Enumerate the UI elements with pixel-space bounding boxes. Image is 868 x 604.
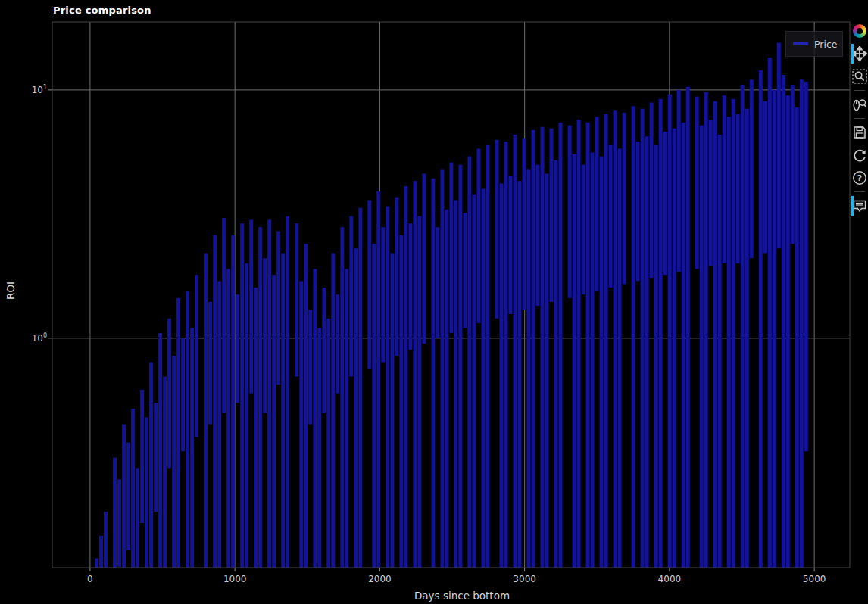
price-series-stroke	[568, 126, 572, 298]
chart-title: Price comparison	[53, 5, 151, 16]
price-series-stroke	[472, 195, 476, 568]
price-series-stroke	[299, 281, 303, 568]
price-series-stroke	[632, 106, 635, 568]
price-series-stroke	[673, 129, 676, 568]
price-series-stroke	[117, 479, 121, 567]
bokeh-logo-icon	[853, 24, 866, 38]
help-tool-icon[interactable]: ?	[851, 170, 868, 186]
price-series-stroke	[682, 123, 685, 568]
price-series-stroke	[390, 254, 394, 568]
price-series-stroke	[367, 200, 371, 369]
x-tick-label: 5000	[792, 574, 837, 584]
price-series-stroke	[500, 184, 504, 568]
price-series-stroke	[768, 58, 772, 568]
price-series-stroke	[686, 87, 690, 568]
price-series-stroke	[573, 154, 576, 568]
price-series-stroke	[713, 101, 717, 568]
price-series-stroke	[454, 200, 457, 568]
price-series-stroke	[163, 377, 167, 568]
price-series-stroke	[208, 302, 212, 425]
price-series-stroke	[413, 181, 417, 568]
x-tick-label: 4000	[647, 574, 692, 584]
price-series-stroke	[354, 248, 358, 568]
price-series-stroke	[554, 160, 558, 568]
price-series-stroke	[504, 142, 508, 568]
pan-tool-icon[interactable]	[851, 45, 868, 62]
price-series-stroke	[700, 126, 704, 568]
price-series-stroke	[514, 135, 517, 568]
price-series-stroke	[659, 99, 663, 568]
price-series-stroke	[213, 235, 217, 568]
price-series-stroke	[536, 165, 540, 307]
price-series-stroke	[386, 207, 389, 568]
wheel-zoom-tool-icon[interactable]	[851, 96, 868, 113]
price-series-stroke	[149, 363, 153, 568]
price-series-stroke	[358, 208, 362, 568]
save-icon	[852, 125, 867, 140]
price-series-stroke	[791, 85, 795, 244]
price-series-stroke	[745, 109, 749, 568]
price-series-stroke	[281, 254, 285, 568]
price-series-stroke	[518, 181, 522, 568]
price-series-stroke	[663, 132, 667, 275]
hover-tool-icon[interactable]	[851, 198, 868, 214]
price-series-stroke	[317, 328, 321, 568]
price-series-stroke	[600, 157, 604, 568]
price-series-stroke	[645, 136, 649, 568]
y-tick-label: 100	[3, 332, 47, 344]
price-series-stroke	[654, 145, 658, 568]
help-icon: ?	[852, 170, 867, 185]
price-series-stroke	[750, 79, 754, 258]
price-series-stroke	[231, 235, 235, 568]
price-series-stroke	[222, 218, 226, 413]
active-tool-indicator	[851, 196, 854, 216]
price-series-stroke	[99, 536, 103, 568]
box-zoom-tool-icon[interactable]	[851, 68, 868, 85]
price-series-stroke	[486, 145, 490, 568]
price-series-stroke	[709, 120, 713, 266]
price-series-stroke	[595, 117, 599, 291]
price-series-stroke	[308, 310, 312, 425]
price-series-stroke	[136, 468, 139, 568]
plot-canvas[interactable]	[0, 0, 868, 604]
box-zoom-icon	[852, 69, 867, 84]
price-series-stroke	[404, 186, 407, 568]
price-series-stroke	[113, 458, 117, 568]
bokeh-toolbar: ?	[851, 20, 868, 217]
price-series-stroke	[240, 223, 244, 568]
price-series-stroke	[577, 120, 581, 568]
price-series-stroke	[140, 390, 144, 523]
price-series-stroke	[532, 130, 535, 568]
price-series-stroke	[408, 223, 412, 350]
price-series-stroke	[376, 191, 380, 568]
x-axis-label: Days since bottom	[348, 590, 576, 602]
price-series-stroke	[381, 227, 385, 362]
legend-line-swatch	[793, 42, 808, 45]
price-series-stroke	[236, 294, 239, 403]
price-series-stroke	[723, 95, 726, 263]
price-series-stroke	[609, 145, 613, 288]
price-series-stroke	[190, 328, 194, 568]
price-series-stroke	[477, 149, 481, 323]
save-tool-icon[interactable]	[851, 124, 868, 141]
price-series-stroke	[445, 210, 448, 568]
price-series-stroke	[267, 219, 271, 568]
reset-tool-icon[interactable]	[851, 147, 868, 163]
price-series-stroke	[559, 123, 563, 568]
price-series-stroke	[458, 165, 462, 568]
x-tick-label: 2000	[357, 574, 402, 584]
price-series-stroke	[695, 97, 699, 269]
price-series-stroke	[545, 174, 549, 568]
legend-label: Price	[814, 39, 838, 50]
price-series-stroke	[431, 179, 435, 568]
bokeh-logo[interactable]	[851, 23, 868, 39]
price-series-stroke	[463, 213, 467, 328]
price-series-stroke	[618, 149, 622, 568]
toolbar-separator	[854, 118, 865, 119]
price-series-stroke	[786, 95, 790, 568]
price-series-stroke	[586, 123, 590, 568]
price-series-stroke	[104, 512, 108, 568]
y-tick-label: 101	[3, 84, 47, 95]
price-series-stroke	[295, 223, 298, 376]
hover-icon	[852, 198, 867, 213]
